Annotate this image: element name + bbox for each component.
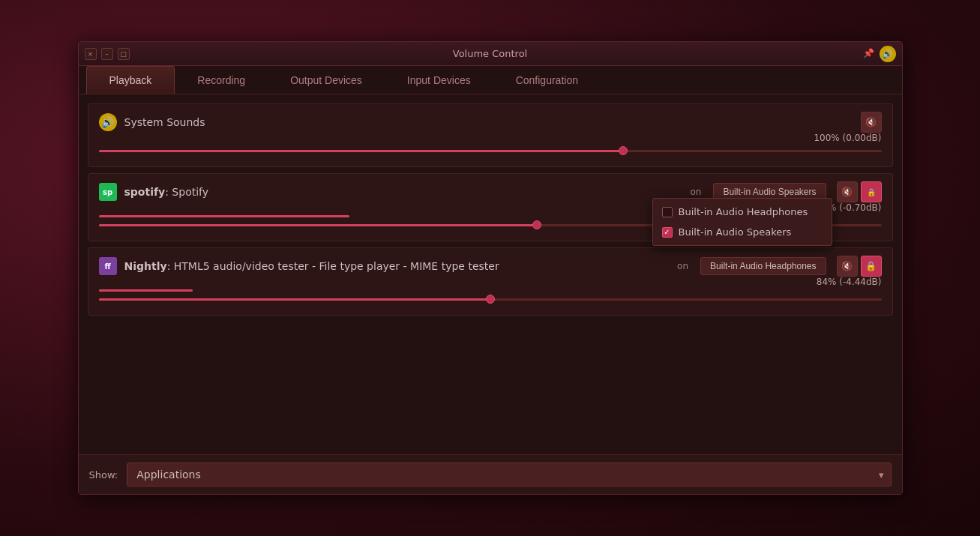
pin-icon[interactable]: 📌	[863, 48, 875, 60]
system-sounds-volume-display: 100% (0.00dB)	[99, 133, 882, 143]
minimize-button[interactable]: –	[101, 48, 113, 60]
channel-nightly: ff Nightly: HTML5 audio/video tester - F…	[88, 247, 893, 316]
window-title: Volume Control	[453, 48, 527, 59]
tab-input-devices[interactable]: Input Devices	[385, 66, 493, 94]
channel-system-sounds: 🔊 System Sounds 🔇 100% (0.00dB)	[88, 103, 893, 167]
tab-configuration[interactable]: Configuration	[493, 66, 601, 94]
show-label: Show:	[89, 469, 118, 481]
close-button[interactable]: ×	[85, 48, 97, 60]
lock-icon: 🔒	[865, 261, 877, 271]
show-select-wrapper: Applications	[127, 463, 891, 487]
headphones-checkbox[interactable]	[662, 207, 673, 217]
nightly-lock-button[interactable]: 🔒	[861, 256, 882, 277]
system-sounds-name: System Sounds	[124, 116, 861, 128]
spotify-icon: sp	[99, 183, 117, 201]
mute-icon: 🔇	[841, 187, 853, 197]
speaker-icon: 🔊	[880, 46, 896, 62]
maximize-button[interactable]: □	[118, 48, 130, 60]
nightly-sliders	[99, 289, 882, 307]
headphones-label: Built-in Audio Headphones	[679, 206, 808, 217]
system-sounds-icon: 🔊	[99, 113, 117, 131]
speakers-checkbox[interactable]: ✓	[662, 227, 673, 238]
system-sounds-slider[interactable]	[99, 145, 882, 156]
output-dropdown: Built-in Audio Headphones ✓ Built-in Aud…	[652, 198, 832, 246]
show-select-value: Applications	[136, 469, 201, 481]
titlebar-controls: × – □	[85, 48, 130, 60]
nightly-slider[interactable]	[99, 294, 882, 304]
nightly-icon: ff	[99, 257, 117, 275]
speakers-label: Built-in Audio Speakers	[679, 226, 792, 238]
main-window: × – □ Volume Control 📌 🔊 Playback Record…	[78, 41, 903, 495]
tab-output-devices[interactable]: Output Devices	[268, 66, 385, 94]
channel-spotify: sp spotify: Spotify on Built-in Audio Sp…	[88, 173, 893, 241]
spotify-mute-button[interactable]: 🔇	[837, 181, 858, 202]
lock-icon: 🔒	[867, 188, 876, 196]
nightly-status: on	[677, 261, 688, 271]
tab-playback[interactable]: Playback	[86, 66, 175, 94]
main-content: 🔊 System Sounds 🔇 100% (0.00dB)	[79, 94, 902, 454]
nightly-volume-display: 84% (-4.44dB)	[99, 277, 882, 287]
dropdown-item-headphones[interactable]: Built-in Audio Headphones	[653, 202, 832, 222]
nightly-controls: 🔇 🔒	[837, 256, 882, 277]
tab-bar: Playback Recording Output Devices Input …	[79, 66, 902, 94]
dropdown-item-speakers[interactable]: ✓ Built-in Audio Speakers	[653, 222, 832, 242]
tab-recording[interactable]: Recording	[175, 66, 268, 94]
mute-icon: 🔇	[865, 117, 877, 127]
spotify-name: spotify: Spotify	[124, 186, 691, 198]
spotify-status: on	[690, 187, 701, 197]
system-sounds-slider-row	[99, 145, 882, 156]
titlebar: × – □ Volume Control 📌 🔊	[79, 42, 902, 66]
titlebar-right: 📌 🔊	[863, 46, 896, 62]
system-sounds-mute-button[interactable]: 🔇	[861, 112, 882, 133]
spotify-controls: 🔇 🔒	[837, 181, 882, 202]
show-select[interactable]: Applications	[127, 463, 891, 487]
system-sounds-controls: 🔇	[861, 112, 882, 133]
check-icon: ✓	[664, 228, 670, 236]
nightly-mute-button[interactable]: 🔇	[837, 256, 858, 277]
mute-icon: 🔇	[841, 261, 853, 271]
footer: Show: Applications	[79, 454, 902, 494]
spotify-extra-button[interactable]: 🔒	[861, 181, 882, 202]
nightly-name: Nightly: HTML5 audio/video tester - File…	[124, 260, 678, 272]
nightly-output-selector[interactable]: Built-in Audio Headphones	[700, 257, 826, 275]
